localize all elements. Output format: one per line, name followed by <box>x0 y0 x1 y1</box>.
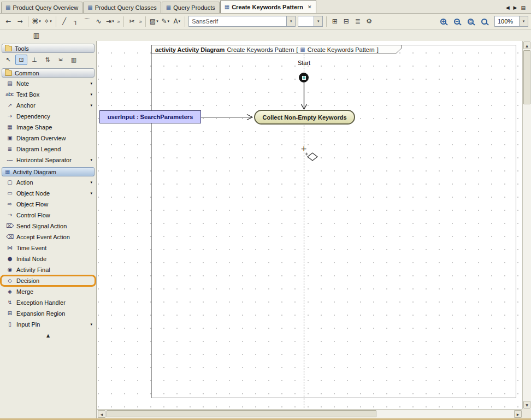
chevron-down-icon[interactable]: ▾ <box>112 19 114 23</box>
cut-button[interactable]: ✂ <box>126 16 138 27</box>
forward-button[interactable]: → <box>14 16 26 27</box>
tab-create-keywords-pattern[interactable]: ▦ Create Keywords Pattern ✕ <box>220 0 316 13</box>
curved-path-button[interactable]: ⌒ <box>81 16 93 27</box>
palette-item-text-box[interactable]: abc Text Box ▾ <box>0 89 96 100</box>
previous-tab-button[interactable]: ◀ <box>506 5 510 10</box>
palette-item-object-flow[interactable]: ⇨ Object Flow <box>0 199 96 210</box>
horizontal-scroll-thumb[interactable] <box>107 410 376 417</box>
palette-item-input-pin[interactable]: ▯ Input Pin ▾ <box>0 319 96 330</box>
tab-product-query-overview[interactable]: ▦ Product Query Overview <box>1 2 82 13</box>
palette-item-dependency[interactable]: ⇢ Dependency <box>0 111 96 122</box>
chevron-down-icon[interactable]: ▾ <box>50 19 52 23</box>
palette-item-control-flow[interactable]: → Control Flow <box>0 210 96 221</box>
selection-tool-button[interactable]: ⊡ <box>15 55 27 65</box>
chevron-down-icon[interactable]: ▾ <box>519 16 528 26</box>
chevron-down-icon[interactable]: ▾ <box>39 19 41 23</box>
palette-item-action[interactable]: ▢ Action ▾ <box>0 177 96 188</box>
chevron-down-icon[interactable]: ▾ <box>90 92 92 97</box>
diagram-canvas[interactable]: activity Activity Diagram Create Keyword… <box>97 41 522 409</box>
scroll-left-button[interactable]: ◀ <box>98 410 105 418</box>
back-button[interactable]: ← <box>3 16 14 27</box>
shapes-tool-button[interactable]: ✧▾ <box>42 16 54 27</box>
palette-item-image-shape[interactable]: ▦ Image Shape <box>0 122 96 133</box>
palette-item-note[interactable]: ▤ Note ▾ <box>0 78 96 89</box>
palette-scroll-up-button[interactable]: ▲ <box>0 330 96 338</box>
chevron-down-icon[interactable]: ▾ <box>179 19 181 23</box>
chevron-down-icon[interactable]: ▾ <box>156 19 158 23</box>
zoom-fit-button[interactable] <box>479 16 490 27</box>
palette-section-activity-diagram[interactable]: ▦ Activity Diagram <box>2 167 95 176</box>
palette-item-diagram-overview[interactable]: ▣ Diagram Overview <box>0 133 96 144</box>
pointer-tool-button[interactable]: ↖ <box>2 55 14 65</box>
toolbar-overflow-icon[interactable]: » <box>139 19 142 25</box>
action-node-shape[interactable]: Collect Non-Empty Keywords <box>254 110 355 125</box>
swimlane-tool-button[interactable]: ▥ <box>68 55 80 65</box>
initial-node-shape[interactable] <box>299 73 309 82</box>
chevron-down-icon[interactable]: ▾ <box>90 322 92 327</box>
scroll-right-button[interactable]: ▶ <box>514 410 522 418</box>
palette-item-send-signal-action[interactable]: ⌦ Send Signal Action <box>0 221 96 232</box>
palette-item-initial-node[interactable]: ● Initial Node <box>0 253 96 264</box>
fill-color-button[interactable]: ▨▾ <box>148 16 160 27</box>
group-button[interactable]: ⊞ <box>329 16 340 27</box>
next-tab-button[interactable]: ▶ <box>514 5 517 10</box>
zoom-in-button[interactable]: + <box>438 16 449 27</box>
close-icon[interactable]: ✕ <box>308 4 312 10</box>
palette-item-anchor[interactable]: ↗ Anchor ▾ <box>0 100 96 111</box>
palette-item-activity-final[interactable]: ◉ Activity Final <box>0 264 96 275</box>
font-size-select[interactable]: ▾ <box>298 16 323 27</box>
zoom-level-select[interactable]: 100% ▾ <box>494 16 528 27</box>
palette-item-horizontal-separator[interactable]: ---- Horizontal Separator ▾ <box>0 155 96 165</box>
control-flow-arrow[interactable] <box>300 82 308 111</box>
toolbar-overflow-icon[interactable]: » <box>117 19 120 25</box>
palette-item-exception-handler[interactable]: ↯ Exception Handler <box>0 297 96 308</box>
distribute-tool-button[interactable]: ⇅ <box>42 55 54 65</box>
chevron-down-icon[interactable]: ▾ <box>90 81 92 86</box>
structure-tool-button[interactable]: ⌘▾ <box>31 16 42 27</box>
tab-product-query-classes[interactable]: ▦ Product Query Classes <box>83 2 161 13</box>
zoom-out-button[interactable]: − <box>451 16 463 27</box>
palette-item-time-event[interactable]: ⋈ Time Event <box>0 242 96 253</box>
oblique-path-button[interactable]: ╱ <box>58 16 70 27</box>
object-node-shape[interactable]: userInput : SearchParameters <box>99 110 201 123</box>
path-style-button[interactable]: ⇥▾ <box>104 16 116 27</box>
tab-list-button[interactable]: ▤ <box>521 5 526 10</box>
chevron-down-icon[interactable]: ▾ <box>90 180 92 185</box>
scroll-down-button[interactable]: ▼ <box>523 401 530 409</box>
vertical-scrollbar[interactable]: ▲ ▼ <box>522 41 531 409</box>
palette-section-tools[interactable]: Tools <box>2 44 95 53</box>
resize-tool-button[interactable]: ≍ <box>55 55 67 65</box>
diagram-frame-header[interactable]: activity Activity Diagram Create Keyword… <box>151 45 402 54</box>
ungroup-button[interactable]: ⊟ <box>340 16 352 27</box>
scroll-up-button[interactable]: ▲ <box>523 42 530 49</box>
chevron-down-icon[interactable]: ▾ <box>90 158 92 162</box>
font-color-button[interactable]: A▾ <box>171 16 182 27</box>
order-button[interactable]: ≣ <box>352 16 363 27</box>
vertical-scroll-thumb[interactable] <box>523 50 530 104</box>
chevron-down-icon[interactable]: ▾ <box>90 191 92 196</box>
palette-item-diagram-legend[interactable]: ≣ Diagram Legend <box>0 144 96 155</box>
chevron-down-icon[interactable]: ▾ <box>286 16 295 26</box>
align-tool-button[interactable]: ⊥ <box>28 55 40 65</box>
swimlanes-button[interactable]: ▥ <box>31 30 42 42</box>
palette-item-object-node[interactable]: ▭ Object Node ▾ <box>0 188 96 199</box>
palette-item-decision[interactable]: ◇ Decision <box>0 275 96 287</box>
chevron-down-icon[interactable]: ▾ <box>90 103 92 108</box>
palette-item-accept-event-action[interactable]: ⌫ Accept Event Action <box>0 232 96 242</box>
object-flow-arrow[interactable] <box>201 113 254 121</box>
rectilinear-path-button[interactable]: ┐ <box>70 16 81 27</box>
diagram-properties-button[interactable]: ⚙ <box>363 16 375 27</box>
tab-query-products[interactable]: ▦ Query Products <box>162 2 220 13</box>
selection-handle[interactable] <box>302 76 306 80</box>
pen-color-button[interactable]: ✎▾ <box>160 16 171 27</box>
chevron-down-icon[interactable]: ▾ <box>168 19 170 23</box>
horizontal-scrollbar[interactable]: ◀ ▶ <box>97 409 522 418</box>
palette-section-common[interactable]: Common <box>2 68 95 78</box>
palette-item-expansion-region[interactable]: ⊞ Expansion Region <box>0 308 96 319</box>
palette-item-merge[interactable]: ◈ Merge <box>0 286 96 297</box>
diagram-frame-header-text: activity Activity Diagram Create Keyword… <box>152 45 401 54</box>
spline-path-button[interactable]: ∿ <box>93 16 104 27</box>
zoom-selection-button[interactable]: ▫ <box>465 16 476 27</box>
font-family-select[interactable]: SansSerif ▾ <box>188 16 296 27</box>
chevron-down-icon[interactable]: ▾ <box>314 16 322 26</box>
